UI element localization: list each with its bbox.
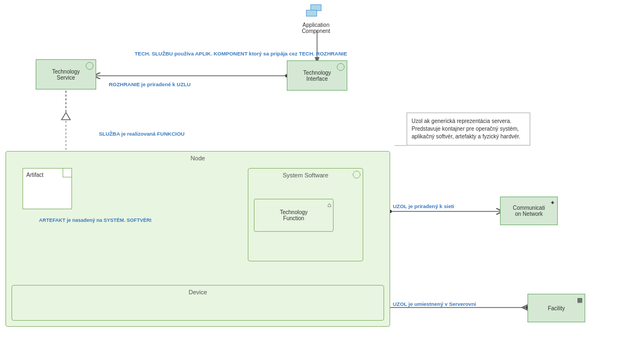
svg-marker-7 [62, 113, 70, 120]
annotation-uzol-siet: UZOL je priradený k sieti [393, 203, 454, 209]
comm-network-icon: ✦ [550, 199, 555, 206]
device-container: Device [12, 285, 384, 321]
artifact-label: Artifact [26, 172, 43, 178]
app-component: Application Component [291, 4, 341, 34]
annotation-tech-sluzbu: TECH. SLUŽBU používa APLIK. KOMPONENT kt… [135, 51, 347, 57]
tech-interface: Technology Interface [287, 60, 347, 91]
diagram-container: Application Component TECH. SLUŽBU použí… [0, 0, 644, 341]
annotation-uzol-server: UZOL je umiestnený v Serverovni [393, 301, 476, 307]
node-container: Node Artifact ARTEFAKT je nasadený na SY… [5, 151, 390, 327]
app-component-label: Application Component [291, 22, 341, 34]
facility-icon: ▦ [577, 297, 582, 304]
system-software: System Software ⌂ Technology Function [248, 168, 363, 261]
system-software-icon [353, 171, 360, 178]
tech-function-icon: ⌂ [327, 201, 331, 209]
tech-service: Technology Service [36, 59, 96, 90]
artifact: Artifact [23, 168, 72, 209]
annotation-artefakt: ARTEFAKT je nasadený na SYSTÉM. SOFTVÉRI [39, 217, 154, 223]
tech-function: ⌂ Technology Function [254, 199, 334, 232]
facility: ▦ Facility [528, 294, 585, 322]
annotation-sluzba: SLUŽBA je realizovaná FUNKCIOU [99, 131, 185, 137]
system-software-label: System Software [282, 172, 328, 178]
comm-network: ✦ Communicati on Network [500, 197, 558, 225]
app-component-icon [306, 4, 326, 21]
annotation-rozhranie: ROZHRANIE je priradené k UZLU [109, 81, 191, 87]
tech-service-icon [86, 62, 93, 70]
info-box: Uzol ak generická reprezentácia servera.… [407, 113, 530, 146]
node-label: Node [191, 155, 205, 161]
tech-interface-icon [337, 63, 345, 71]
device-label: Device [188, 289, 207, 295]
